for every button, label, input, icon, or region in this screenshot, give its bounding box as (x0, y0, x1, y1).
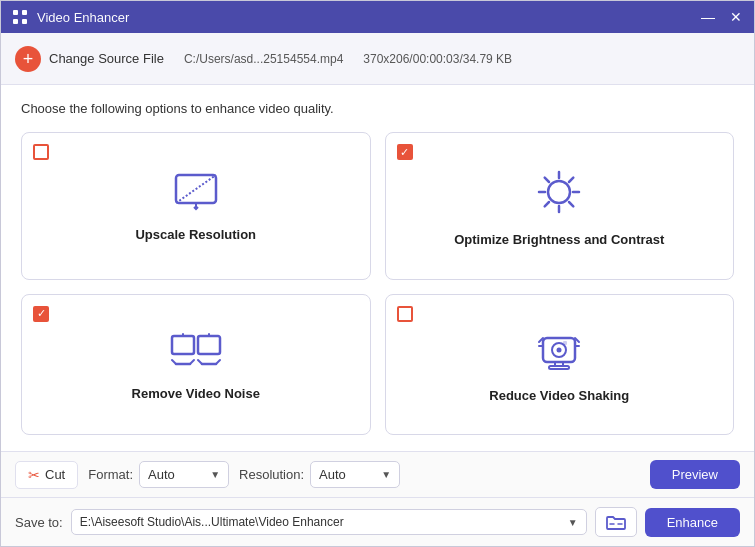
svg-rect-31 (563, 341, 567, 345)
checkbox-noise[interactable]: ✓ (32, 305, 50, 323)
svg-rect-30 (549, 366, 569, 369)
format-group: Format: Auto ▼ (88, 461, 229, 488)
file-meta: 370x206/00:00:03/34.79 KB (363, 52, 512, 66)
shaking-icon (533, 328, 585, 378)
main-window: Video Enhancer — ✕ + Change Source File … (0, 0, 755, 547)
svg-rect-17 (198, 336, 220, 354)
app-icon (11, 8, 29, 26)
brightness-label: Optimize Brightness and Contrast (454, 232, 664, 247)
svg-line-13 (569, 202, 573, 206)
change-source-label: Change Source File (49, 51, 164, 66)
scissors-icon: ✂ (28, 467, 40, 483)
svg-point-28 (557, 347, 562, 352)
save-label: Save to: (15, 515, 63, 530)
svg-rect-16 (172, 336, 194, 354)
file-path: C:/Users/asd...25154554.mp4 (184, 52, 343, 66)
browse-folder-button[interactable] (595, 507, 637, 537)
resolution-value: Auto (319, 467, 346, 482)
option-brightness[interactable]: ✓ Optimize Brightness and (385, 132, 735, 280)
checkbox-unchecked-shaking (397, 306, 413, 322)
svg-line-12 (545, 178, 549, 182)
svg-rect-2 (13, 19, 18, 24)
window-title: Video Enhancer (37, 10, 700, 25)
save-path-text: E:\Aiseesoft Studio\Ais...Ultimate\Video… (80, 515, 344, 529)
svg-rect-0 (13, 10, 18, 15)
resolution-label: Resolution: (239, 467, 304, 482)
format-label: Format: (88, 467, 133, 482)
resolution-group: Resolution: Auto ▼ (239, 461, 400, 488)
enhance-button[interactable]: Enhance (645, 508, 740, 537)
save-path-chevron-icon: ▼ (568, 517, 578, 528)
noise-icon (168, 330, 224, 376)
change-source-button[interactable]: + Change Source File (15, 46, 164, 72)
upscale-icon (170, 171, 222, 217)
cut-button[interactable]: ✂ Cut (15, 461, 78, 489)
bottom-bar: ✂ Cut Format: Auto ▼ Resolution: Auto ▼ … (1, 451, 754, 497)
close-button[interactable]: ✕ (728, 10, 744, 24)
svg-point-7 (548, 181, 570, 203)
titlebar: Video Enhancer — ✕ (1, 1, 754, 33)
toolbar: + Change Source File C:/Users/asd...2515… (1, 33, 754, 85)
checkbox-upscale[interactable] (32, 143, 50, 161)
option-noise[interactable]: ✓ Remove Vide (21, 294, 371, 436)
option-shaking[interactable]: Reduce Video Shaking (385, 294, 735, 436)
upscale-label: Upscale Resolution (135, 227, 256, 242)
svg-line-14 (569, 178, 573, 182)
noise-label: Remove Video Noise (132, 386, 260, 401)
checkbox-brightness[interactable]: ✓ (396, 143, 414, 161)
checkbox-shaking[interactable] (396, 305, 414, 323)
shaking-label: Reduce Video Shaking (489, 388, 629, 403)
svg-line-15 (545, 202, 549, 206)
resolution-dropdown[interactable]: Auto ▼ (310, 461, 400, 488)
checkbox-checked-noise: ✓ (33, 306, 49, 322)
cut-label: Cut (45, 467, 65, 482)
instructions-text: Choose the following options to enhance … (21, 101, 734, 116)
folder-icon (606, 513, 626, 531)
options-grid: Upscale Resolution ✓ (21, 132, 734, 435)
option-upscale[interactable]: Upscale Resolution (21, 132, 371, 280)
svg-rect-1 (22, 10, 27, 15)
format-chevron-icon: ▼ (210, 469, 220, 480)
minimize-button[interactable]: — (700, 10, 716, 24)
plus-icon: + (15, 46, 41, 72)
checkbox-unchecked-upscale (33, 144, 49, 160)
brightness-icon (533, 166, 585, 222)
resolution-chevron-icon: ▼ (381, 469, 391, 480)
main-content: Choose the following options to enhance … (1, 85, 754, 451)
svg-line-5 (176, 175, 216, 203)
save-path-field[interactable]: E:\Aiseesoft Studio\Ais...Ultimate\Video… (71, 509, 587, 535)
preview-button[interactable]: Preview (650, 460, 740, 489)
save-bar: Save to: E:\Aiseesoft Studio\Ais...Ultim… (1, 497, 754, 546)
checkbox-checked-brightness: ✓ (397, 144, 413, 160)
format-value: Auto (148, 467, 175, 482)
window-controls: — ✕ (700, 10, 744, 24)
format-dropdown[interactable]: Auto ▼ (139, 461, 229, 488)
svg-rect-3 (22, 19, 27, 24)
